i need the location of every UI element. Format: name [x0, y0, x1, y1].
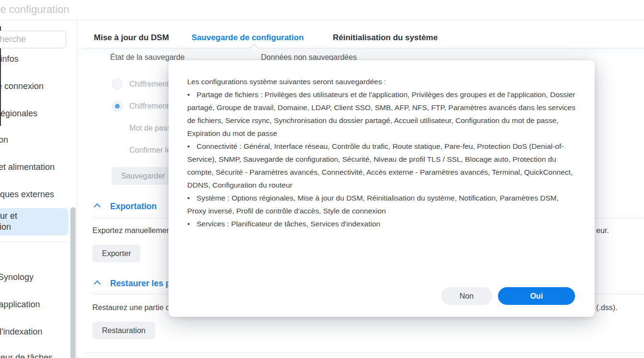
sidebar-item-task-scheduler[interactable]: Planificateur de tâches	[0, 353, 53, 358]
sidebar-item-update-restore-line2[interactable]: restauration	[0, 222, 11, 232]
content-bottom-divider	[84, 352, 644, 353]
tab-system-reset[interactable]: Réinitialisation du système	[333, 33, 438, 43]
control-panel-window: Panneau de configuration Centre d'infos …	[0, 0, 644, 358]
sidebar-item-login-portal[interactable]: Portail de connexion	[0, 81, 44, 91]
dialog-bullet-services: Services : Planificateur de tâches, Serv…	[187, 217, 577, 230]
export-button[interactable]: Exporter	[92, 245, 140, 262]
radio-encryption-off[interactable]	[112, 79, 123, 90]
export-section-title: Exportation	[110, 201, 157, 212]
backup-confirmation-dialog: Les configurations système suivantes ser…	[169, 60, 595, 317]
sidebar-item-hardware-power[interactable]: Matériel et alimentation	[0, 162, 55, 172]
radio-encryption-on[interactable]	[112, 101, 123, 112]
sidebar-item-synology-account[interactable]: Compte Synology	[0, 272, 34, 282]
restore-description-tail: (.dss).	[596, 303, 617, 312]
sidebar-item-regional-options[interactable]: Options régionales	[0, 109, 37, 119]
dialog-no-button[interactable]: Non	[441, 287, 492, 305]
sidebar-item-indexing-service[interactable]: Service d'indexation	[0, 327, 43, 337]
collapse-export-icon[interactable]	[94, 203, 101, 210]
window-title: Panneau de configuration	[0, 3, 69, 16]
sidebar-item-application-portal[interactable]: Portail d'application	[0, 300, 40, 310]
dialog-bullet-connectivity: Connectivité : Général, Interface réseau…	[187, 140, 577, 191]
dialog-body: Les configurations système suivantes ser…	[187, 75, 577, 230]
export-description-tail: eur.	[596, 226, 609, 235]
restore-button[interactable]: Restauration	[92, 322, 155, 339]
sidebar-scrollbar[interactable]	[70, 207, 76, 358]
tab-configuration-backup[interactable]: Sauvegarde de configuration	[192, 33, 304, 43]
collapse-restore-icon[interactable]	[94, 280, 101, 287]
sidebar-item-info-center[interactable]: Centre d'infos	[0, 54, 19, 64]
dialog-yes-button[interactable]: Oui	[498, 287, 575, 305]
sidebar-item-notification[interactable]: Notification	[0, 135, 8, 145]
sidebar-content-divider	[77, 20, 77, 358]
radio-selected-dot	[115, 104, 120, 109]
dialog-bullet-file-sharing: Partage de fichiers : Privilèges des uti…	[187, 88, 577, 140]
dialog-bullet-system: Système : Options régionales, Mise à jou…	[187, 191, 577, 217]
search-input[interactable]	[0, 31, 66, 48]
sidebar-item-external-devices[interactable]: Périphériques externes	[0, 190, 54, 200]
tab-dsm-update[interactable]: Mise à jour du DSM	[94, 33, 169, 43]
sidebar-group-divider	[0, 242, 68, 242]
sidebar-item-update-restore-line1[interactable]: Mise à jour et	[0, 211, 17, 221]
header-divider	[0, 20, 644, 20]
dialog-intro: Les configurations système suivantes ser…	[187, 75, 577, 88]
